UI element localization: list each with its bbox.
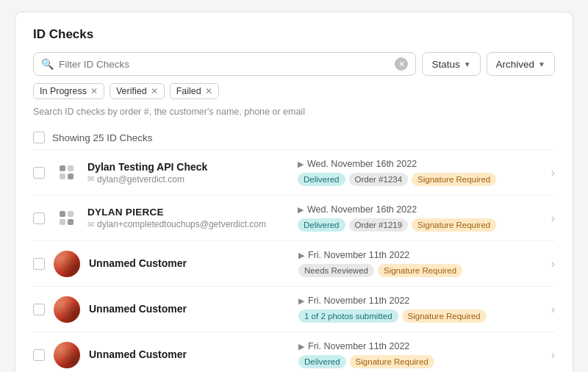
customer-info: DYLAN PIERCE ✉ dylan+completedtouchups@g… xyxy=(87,207,289,229)
api-dot xyxy=(60,211,65,217)
table-row[interactable]: Unnamed Customer ▶ Fri. November 11th 20… xyxy=(33,287,555,332)
customer-info: Unnamed Customer xyxy=(89,257,290,271)
api-dot xyxy=(68,174,74,179)
table-row[interactable]: DYLAN PIERCE ✉ dylan+completedtouchups@g… xyxy=(33,196,555,241)
play-icon: ▶ xyxy=(298,205,304,215)
customer-name: Unnamed Customer xyxy=(89,303,290,315)
table-row[interactable]: Unnamed Customer ▶ Fri. November 11th 20… xyxy=(33,241,555,287)
api-dot xyxy=(68,165,74,171)
badges: Delivered Signature Required xyxy=(298,355,539,368)
select-all-checkbox[interactable] xyxy=(33,132,45,143)
check-details: ▶ Wed. November 16th 2022 Delivered Orde… xyxy=(298,159,539,186)
badge-signature: Signature Required xyxy=(378,264,462,277)
badge-delivered: Delivered xyxy=(298,173,345,186)
badge-signature: Signature Required xyxy=(402,310,487,323)
tag-verified-label: Verified xyxy=(116,86,147,96)
api-dot xyxy=(68,211,74,217)
table-row[interactable]: Unnamed Customer ▶ Fri. November 11th 20… xyxy=(33,332,555,372)
row-chevron-icon: › xyxy=(551,303,555,316)
api-dot xyxy=(68,219,74,225)
customer-info: Dylan Testing API Check ✉ dylan@getverdi… xyxy=(87,161,289,185)
showing-row: Showing 25 ID Checks xyxy=(33,126,555,150)
badge-order: Order #1234 xyxy=(349,173,409,186)
active-filters-row: In Progress ✕ Verified ✕ Failed ✕ xyxy=(33,83,555,99)
badges: Delivered Order #1219 Signature Required xyxy=(298,218,539,232)
tag-verified[interactable]: Verified ✕ xyxy=(110,83,165,99)
badge-photos: 1 of 2 photos submitted xyxy=(298,310,398,323)
play-icon: ▶ xyxy=(298,160,304,169)
tag-in-progress-label: In Progress xyxy=(40,86,87,96)
badges: Needs Reviewed Signature Required xyxy=(298,264,539,277)
archived-filter-button[interactable]: Archived ▼ xyxy=(487,52,555,76)
avatar xyxy=(54,160,79,185)
clear-search-button[interactable]: ✕ xyxy=(395,57,408,71)
search-row: 🔍 ✕ Status ▼ Archived ▼ xyxy=(33,52,555,76)
check-details: ▶ Fri. November 11th 2022 1 of 2 photos … xyxy=(298,296,539,323)
row-chevron-icon: › xyxy=(551,257,555,271)
check-details: ▶ Wed. November 16th 2022 Delivered Orde… xyxy=(298,204,539,232)
status-filter-button[interactable]: Status ▼ xyxy=(422,52,480,76)
status-chevron-icon: ▼ xyxy=(464,60,471,68)
customer-name: Dylan Testing API Check xyxy=(87,161,289,173)
tag-failed-remove[interactable]: ✕ xyxy=(205,86,212,96)
customer-email: ✉ dylan@getverdict.com xyxy=(87,174,289,185)
play-icon: ▶ xyxy=(298,342,304,351)
customer-name: Unnamed Customer xyxy=(89,257,290,269)
email-icon: ✉ xyxy=(87,220,94,229)
row-chevron-icon: › xyxy=(551,212,555,225)
api-dot xyxy=(60,165,65,171)
badges: 1 of 2 photos submitted Signature Requir… xyxy=(298,310,539,323)
customer-info: Unnamed Customer xyxy=(89,303,290,316)
check-details: ▶ Fri. November 11th 2022 Needs Reviewed… xyxy=(298,250,539,277)
check-date: ▶ Wed. November 16th 2022 xyxy=(298,204,539,215)
tag-in-progress[interactable]: In Progress ✕ xyxy=(33,83,104,99)
avatar xyxy=(54,251,80,277)
tag-in-progress-remove[interactable]: ✕ xyxy=(90,86,98,96)
avatar xyxy=(54,342,80,368)
play-icon: ▶ xyxy=(298,296,304,306)
email-icon: ✉ xyxy=(87,174,94,184)
row-chevron-icon: › xyxy=(551,166,555,179)
table-row[interactable]: Dylan Testing API Check ✉ dylan@getverdi… xyxy=(33,150,555,196)
search-hint: Search ID checks by order #, the custome… xyxy=(33,107,555,117)
badge-signature: Signature Required xyxy=(412,218,496,232)
card-title: ID Checks xyxy=(33,27,555,42)
search-box[interactable]: 🔍 ✕ xyxy=(33,52,416,76)
check-date: ▶ Fri. November 11th 2022 xyxy=(298,250,539,260)
tag-failed[interactable]: Failed ✕ xyxy=(170,83,219,99)
row-checkbox[interactable] xyxy=(33,167,45,179)
api-dot xyxy=(60,219,65,225)
check-date: ▶ Fri. November 11th 2022 xyxy=(298,341,539,351)
showing-label: Showing 25 ID Checks xyxy=(52,132,153,143)
check-date: ▶ Wed. November 16th 2022 xyxy=(298,159,539,169)
check-details: ▶ Fri. November 11th 2022 Delivered Sign… xyxy=(298,341,539,368)
customer-name: Unnamed Customer xyxy=(89,348,290,360)
row-checkbox[interactable] xyxy=(33,212,45,224)
id-checks-card: ID Checks 🔍 ✕ Status ▼ Archived ▼ In Pro… xyxy=(15,12,573,372)
badge-order: Order #1219 xyxy=(349,218,409,232)
status-filter-label: Status xyxy=(431,59,459,70)
tag-verified-remove[interactable]: ✕ xyxy=(151,86,158,96)
row-chevron-icon: › xyxy=(551,348,555,362)
id-checks-table: Dylan Testing API Check ✉ dylan@getverdi… xyxy=(33,150,555,372)
api-dot xyxy=(60,174,65,179)
badge-signature: Signature Required xyxy=(412,173,496,186)
customer-email: ✉ dylan+completedtouchups@getverdict.com xyxy=(87,219,289,229)
badge-delivered: Delivered xyxy=(298,218,345,232)
badge-delivered: Delivered xyxy=(298,355,346,368)
play-icon: ▶ xyxy=(298,251,304,260)
row-checkbox[interactable] xyxy=(33,258,45,270)
search-input[interactable] xyxy=(59,59,395,70)
row-checkbox[interactable] xyxy=(33,304,45,315)
badge-needs-reviewed: Needs Reviewed xyxy=(298,264,374,277)
search-icon: 🔍 xyxy=(41,58,54,70)
customer-info: Unnamed Customer xyxy=(89,348,290,362)
archived-chevron-icon: ▼ xyxy=(538,60,545,68)
avatar xyxy=(54,296,80,323)
row-checkbox[interactable] xyxy=(33,349,45,361)
avatar xyxy=(54,206,79,231)
check-date: ▶ Fri. November 11th 2022 xyxy=(298,296,539,306)
badge-signature: Signature Required xyxy=(350,355,434,368)
badges: Delivered Order #1234 Signature Required xyxy=(298,173,539,186)
archived-filter-label: Archived xyxy=(496,59,535,70)
